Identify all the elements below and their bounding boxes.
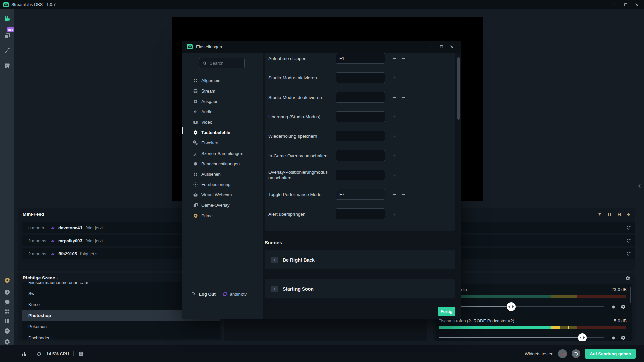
go-live-button[interactable]: Auf Sendung gehen [585, 349, 636, 359]
feed-pause-icon[interactable] [607, 212, 612, 217]
hotkey-input[interactable] [336, 170, 385, 180]
settings-nav-item[interactable]: Audio [182, 107, 263, 117]
remove-hotkey-icon[interactable] [401, 134, 406, 138]
scene-group-row[interactable]: Starting Soon [265, 279, 455, 298]
settings-nav-item[interactable]: Game-Overlay [182, 200, 263, 210]
mixer-settings-gear-icon[interactable] [625, 276, 630, 281]
settings-nav-item[interactable]: Virtual Webcam [182, 190, 263, 200]
dashboard-clock-icon[interactable] [4, 289, 10, 295]
add-hotkey-icon[interactable] [392, 134, 396, 138]
add-hotkey-icon[interactable] [392, 76, 396, 80]
remove-hotkey-icon[interactable] [401, 212, 406, 216]
volume-slider[interactable] [439, 302, 604, 311]
feed-refresh-icon[interactable] [626, 225, 631, 230]
add-hotkey-icon[interactable] [392, 56, 396, 61]
replay-history-button[interactable] [572, 349, 580, 358]
remove-hotkey-icon[interactable] [401, 95, 406, 100]
test-widgets-label[interactable]: Widgets testen [525, 351, 553, 356]
source-gear-icon[interactable] [621, 304, 626, 309]
remove-hotkey-icon[interactable] [401, 154, 406, 158]
add-hotkey-icon[interactable] [392, 192, 396, 197]
settings-nav-item[interactable]: Stream [182, 86, 263, 96]
remove-hotkey-icon[interactable] [401, 76, 406, 80]
dialog-scrollbar[interactable] [457, 57, 460, 120]
remove-hotkey-icon[interactable] [401, 115, 406, 119]
settings-nav-item[interactable]: Video [182, 117, 263, 127]
scene-panel-title[interactable]: Richtige Szene [23, 275, 55, 280]
hotkey-input[interactable] [336, 208, 385, 219]
remove-hotkey-icon[interactable] [401, 192, 406, 197]
info-icon[interactable] [78, 351, 84, 357]
settings-nav-item[interactable]: Allgemein [182, 75, 263, 86]
feed-sound-icon[interactable] [626, 212, 631, 217]
settings-nav-item[interactable]: Aussehen [182, 169, 263, 179]
hotkey-input[interactable]: F1 [336, 53, 385, 64]
help-icon[interactable]: ? [4, 328, 10, 334]
feed-skip-icon[interactable] [616, 212, 622, 217]
app-store-icon[interactable] [4, 63, 10, 69]
settings-search-input[interactable]: Search [199, 58, 245, 68]
settings-nav-item[interactable]: Prime [182, 210, 263, 221]
window-close-icon[interactable] [635, 3, 639, 7]
dialog-close-icon[interactable] [450, 45, 454, 49]
record-button[interactable]: REC [558, 349, 567, 358]
feed-refresh-icon[interactable] [626, 251, 631, 256]
mute-speaker-icon[interactable] [611, 335, 616, 341]
source-gear-icon[interactable] [621, 335, 626, 340]
hotkey-input[interactable] [336, 72, 385, 83]
chat-icon[interactable] [4, 299, 10, 305]
hotkey-input[interactable] [336, 92, 385, 103]
editor-icon[interactable] [4, 16, 10, 22]
prime-icon[interactable] [4, 277, 10, 283]
window-maximize-icon[interactable] [624, 3, 628, 7]
add-hotkey-icon[interactable] [392, 95, 396, 100]
hotkey-input[interactable] [336, 131, 385, 141]
layout-grid-icon[interactable] [4, 309, 10, 314]
settings-nav-item[interactable]: Fernbedienung [182, 179, 263, 190]
remove-hotkey-icon[interactable] [401, 56, 406, 61]
settings-nav-item[interactable]: Erweitert [182, 138, 263, 148]
layout-columns-icon[interactable] [4, 318, 10, 324]
hotkey-input[interactable] [336, 111, 385, 122]
chevron-down-icon[interactable] [55, 276, 59, 280]
stats-chart-icon[interactable] [21, 351, 27, 357]
hotkey-input[interactable]: F7 [336, 189, 385, 200]
hotkey-value: F7 [336, 192, 344, 197]
logout-icon[interactable] [191, 292, 196, 297]
theme-wand-icon[interactable] [4, 47, 10, 53]
dialog-maximize-icon[interactable] [439, 45, 444, 49]
settings-nav-item[interactable]: Benachrichtigungen [182, 159, 263, 169]
volume-slider[interactable] [439, 333, 604, 341]
settings-nav-item[interactable]: Szenen-Sammlungen [182, 148, 263, 159]
volume-slider-handle[interactable] [578, 333, 587, 341]
nav-icon [193, 120, 198, 125]
settings-gear-icon[interactable] [4, 339, 10, 345]
history-icon [574, 351, 579, 356]
scene-group-row[interactable]: Be Right Back [265, 250, 455, 269]
window-minimize-icon[interactable] [612, 3, 617, 7]
mute-speaker-icon[interactable] [611, 304, 616, 310]
settings-nav-item[interactable]: Tastenbefehle [182, 127, 263, 138]
collapse-chevron-left-icon[interactable] [637, 182, 642, 190]
feed-filter-icon[interactable] [597, 212, 602, 217]
mixer-scrollbar[interactable] [630, 287, 631, 303]
volume-slider-handle[interactable] [507, 302, 516, 311]
remove-hotkey-icon[interactable] [401, 173, 406, 177]
expand-plus-box[interactable] [271, 286, 278, 292]
themes-icon[interactable] [4, 33, 10, 39]
dialog-minimize-icon[interactable] [429, 45, 433, 49]
expand-plus-box[interactable] [271, 257, 278, 263]
search-icon [202, 61, 207, 66]
done-button[interactable]: Fertig [438, 307, 455, 316]
scene-list-item[interactable]: Pokemon [22, 321, 220, 332]
nav-icon [193, 99, 198, 104]
add-hotkey-icon[interactable] [392, 173, 396, 177]
hotkey-input[interactable] [336, 150, 385, 161]
settings-nav-item[interactable]: Ausgabe [182, 96, 263, 107]
feed-refresh-icon[interactable] [626, 238, 631, 243]
add-hotkey-icon[interactable] [392, 212, 396, 216]
add-hotkey-icon[interactable] [392, 115, 396, 119]
logout-label[interactable]: Log Out [199, 292, 216, 297]
add-hotkey-icon[interactable] [392, 154, 396, 158]
scene-list-item[interactable]: Dachboden [22, 332, 220, 339]
